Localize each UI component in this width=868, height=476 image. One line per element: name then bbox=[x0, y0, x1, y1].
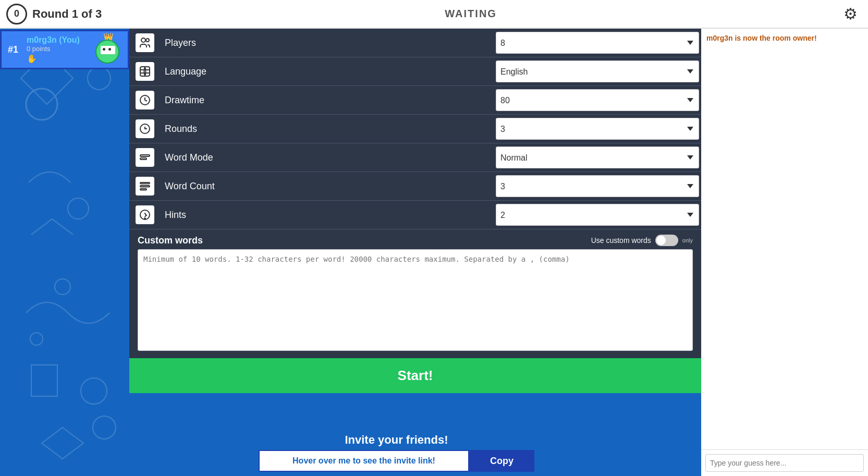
left-panel: #1 m0rg3n (You) 0 points ✋ 👑 bbox=[0, 29, 129, 476]
svg-point-15 bbox=[141, 38, 145, 42]
setting-select-rounds[interactable]: 2345678910 bbox=[496, 118, 699, 140]
avatar-eyes bbox=[103, 48, 111, 51]
setting-select-language[interactable]: EnglishGermanFrenchSpanish bbox=[496, 60, 699, 82]
custom-words-toggle-area: Use custom words only bbox=[591, 235, 693, 246]
setting-icon-cell-players bbox=[129, 29, 161, 56]
setting-icon-cell-drawtime bbox=[129, 87, 161, 114]
setting-select-drawtime[interactable]: 306080120180 bbox=[496, 89, 699, 111]
only-label: only bbox=[682, 237, 693, 243]
setting-label-language: Language bbox=[161, 66, 496, 77]
svg-point-28 bbox=[144, 218, 145, 219]
player-name: m0rg3n (You) bbox=[27, 35, 91, 45]
svg-rect-26 bbox=[140, 189, 146, 190]
top-bar-left: 0 Round 1 of 3 bbox=[6, 4, 102, 25]
player-icon-row: ✋ bbox=[27, 54, 91, 64]
avatar-eye-right bbox=[108, 48, 111, 51]
chat-messages: m0rg3n is now the room owner! bbox=[701, 29, 868, 449]
setting-row-drawtime: Drawtime306080120180 bbox=[129, 86, 701, 115]
invite-section: Invite your friends! Hover over me to se… bbox=[259, 429, 534, 476]
player-card: #1 m0rg3n (You) 0 points ✋ 👑 bbox=[0, 30, 129, 69]
svg-rect-24 bbox=[140, 182, 150, 184]
round-badge: 0 bbox=[6, 4, 27, 25]
setting-label-drawtime: Drawtime bbox=[161, 95, 496, 106]
setting-icon-players bbox=[136, 33, 154, 52]
setting-select-hints[interactable]: 0123 bbox=[496, 204, 699, 226]
copy-button[interactable]: Copy bbox=[469, 450, 534, 472]
invite-title: Invite your friends! bbox=[259, 433, 534, 447]
svg-rect-23 bbox=[140, 158, 146, 160]
setting-row-hints: Hints0123 bbox=[129, 201, 701, 229]
svg-rect-25 bbox=[140, 186, 150, 187]
setting-icon-cell-hints bbox=[129, 201, 161, 228]
invite-bar: Hover over me to see the invite link! Co… bbox=[259, 450, 534, 472]
waiting-label: WAITING bbox=[445, 8, 497, 20]
main-scroll: Players24681012LanguageEnglishGermanFren… bbox=[129, 29, 701, 476]
player-points: 0 points bbox=[27, 45, 91, 53]
setting-label-rounds: Rounds bbox=[161, 124, 496, 135]
custom-words-section: Custom words Use custom words only bbox=[129, 229, 701, 358]
chat-system-message: m0rg3n is now the room owner! bbox=[706, 34, 863, 42]
setting-select-word-mode[interactable]: NormalHiddenCombination bbox=[496, 147, 699, 168]
avatar-eye-left bbox=[103, 48, 105, 51]
player-avatar-container: 👑 bbox=[95, 35, 121, 64]
chat-input[interactable] bbox=[705, 454, 864, 472]
setting-icon-word-count bbox=[136, 177, 154, 196]
gear-icon: ⚙ bbox=[843, 5, 858, 23]
player-rank: #1 bbox=[8, 44, 22, 55]
setting-icon-cell-word-mode bbox=[129, 144, 161, 171]
setting-row-language: LanguageEnglishGermanFrenchSpanish bbox=[129, 57, 701, 86]
round-title: Round 1 of 3 bbox=[32, 7, 102, 21]
setting-label-word-count: Word Count bbox=[161, 181, 496, 192]
setting-icon-cell-rounds bbox=[129, 115, 161, 142]
setting-icon-cell-language bbox=[129, 58, 161, 85]
custom-words-header: Custom words Use custom words only bbox=[138, 235, 693, 246]
setting-row-word-mode: Word ModeNormalHiddenCombination bbox=[129, 143, 701, 172]
setting-icon-language bbox=[136, 62, 154, 81]
setting-label-word-mode: Word Mode bbox=[161, 152, 496, 163]
invite-link-box[interactable]: Hover over me to see the invite link! bbox=[259, 450, 469, 472]
setting-row-word-count: Word Count12345 bbox=[129, 172, 701, 201]
settings-gear-button[interactable]: ⚙ bbox=[840, 3, 862, 25]
player-hand-icon: ✋ bbox=[27, 54, 37, 63]
setting-icon-cell-word-count bbox=[129, 173, 161, 200]
player-info: m0rg3n (You) 0 points ✋ bbox=[27, 35, 91, 64]
custom-words-title: Custom words bbox=[138, 235, 203, 246]
setting-select-word-count[interactable]: 12345 bbox=[496, 175, 699, 197]
setting-label-players: Players bbox=[161, 38, 496, 48]
setting-select-players[interactable]: 24681012 bbox=[496, 32, 699, 54]
top-bar: 0 Round 1 of 3 WAITING ⚙ bbox=[0, 0, 868, 29]
player-avatar bbox=[95, 40, 119, 64]
setting-icon-hints bbox=[136, 205, 154, 224]
setting-icon-word-mode bbox=[136, 148, 154, 167]
svg-point-16 bbox=[146, 39, 149, 42]
round-badge-number: 0 bbox=[14, 8, 19, 19]
settings-table: Players24681012LanguageEnglishGermanFren… bbox=[129, 29, 701, 229]
svg-rect-22 bbox=[140, 155, 150, 156]
setting-icon-drawtime bbox=[136, 91, 154, 109]
right-panel: m0rg3n is now the room owner! bbox=[701, 29, 868, 476]
setting-row-rounds: Rounds2345678910 bbox=[129, 115, 701, 143]
main-panel: Players24681012LanguageEnglishGermanFren… bbox=[129, 29, 701, 476]
start-button[interactable]: Start! bbox=[129, 358, 701, 393]
setting-row-players: Players24681012 bbox=[129, 29, 701, 57]
custom-words-toggle[interactable] bbox=[655, 235, 678, 246]
setting-label-hints: Hints bbox=[161, 210, 496, 221]
custom-words-textarea[interactable] bbox=[138, 249, 693, 351]
chat-input-area bbox=[701, 449, 868, 476]
custom-words-toggle-label: Use custom words bbox=[591, 236, 651, 245]
setting-icon-rounds bbox=[136, 119, 154, 138]
